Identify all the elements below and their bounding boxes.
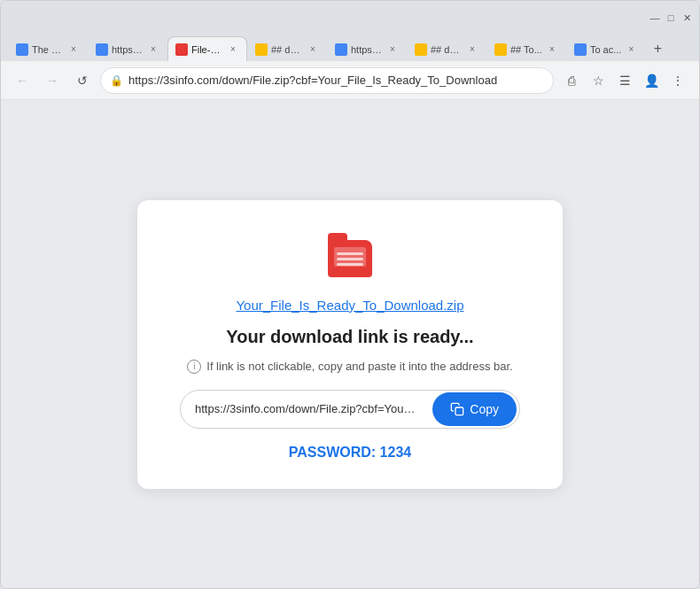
- toolbar: ← → ↺ 🔒 ⎙ ☆ ☰ 👤 ⋮: [1, 61, 699, 100]
- tab-favicon: [415, 43, 427, 56]
- tab-close-button[interactable]: ×: [466, 43, 478, 56]
- browser-tab-tab-2[interactable]: https://...×: [88, 36, 167, 61]
- hint-text: If link is not clickable, copy and paste…: [206, 360, 512, 373]
- tab-label: The P...: [32, 44, 64, 55]
- page-content: pcrisk.com Your_File_Is_Ready_To_Downloa…: [1, 100, 699, 588]
- address-input[interactable]: [128, 74, 544, 87]
- tab-label: https://...: [351, 44, 383, 55]
- tab-favicon: [574, 43, 587, 56]
- info-icon: i: [187, 360, 201, 374]
- card-hint: i If link is not clickable, copy and pas…: [187, 360, 512, 374]
- address-bar: 🔒: [100, 67, 554, 94]
- filename-link[interactable]: Your_File_Is_Ready_To_Download.zip: [236, 298, 463, 313]
- tab-label: ## To...: [510, 44, 542, 55]
- maximize-button[interactable]: □: [665, 12, 676, 23]
- forward-button[interactable]: →: [40, 68, 65, 93]
- browser-tab-tab-6[interactable]: ## do...×: [407, 36, 486, 61]
- tab-label: https://...: [112, 44, 144, 55]
- tab-label: ## do...: [431, 44, 463, 55]
- browser-tab-tab-1[interactable]: The P...×: [8, 36, 88, 61]
- svg-rect-0: [455, 407, 463, 415]
- tab-favicon: [494, 43, 507, 56]
- window-controls: — □ ✕: [649, 12, 692, 23]
- browser-tab-tab-5[interactable]: https://...×: [327, 36, 407, 61]
- tab-close-button[interactable]: ×: [67, 43, 80, 56]
- account-button[interactable]: 👤: [639, 68, 664, 93]
- tab-close-button[interactable]: ×: [386, 43, 399, 56]
- toolbar-actions: ⎙ ☆ ☰ 👤 ⋮: [559, 68, 690, 93]
- back-button[interactable]: ←: [10, 68, 35, 93]
- bookmark-button[interactable]: ☆: [586, 68, 611, 93]
- tab-label: To ac...: [590, 44, 621, 55]
- copy-icon: [450, 402, 464, 416]
- file-archive-icon: [328, 240, 372, 277]
- file-icon-line-1: [337, 252, 363, 255]
- url-row: https://3sinfo.com/down/File.zip?cbf=You…: [180, 390, 520, 429]
- copy-button[interactable]: Copy: [432, 392, 517, 426]
- browser-tab-tab-4[interactable]: ## do...×: [247, 36, 327, 61]
- minimize-button[interactable]: —: [649, 12, 660, 23]
- file-icon-wrap: [323, 232, 377, 285]
- tab-close-button[interactable]: ×: [227, 43, 239, 56]
- card-title: Your download link is ready...: [226, 327, 473, 347]
- tab-close-button[interactable]: ×: [625, 43, 637, 56]
- tab-favicon: [96, 43, 108, 56]
- download-url: https://3sinfo.com/down/File.zip?cbf=You…: [181, 390, 432, 429]
- tab-label: File-Si...: [191, 44, 223, 55]
- browser-tab-tab-3[interactable]: File-Si...×: [167, 36, 247, 61]
- tab-favicon: [16, 43, 28, 56]
- title-bar: — □ ✕: [1, 1, 699, 29]
- new-tab-button[interactable]: +: [645, 36, 670, 61]
- password-display: PASSWORD: 1234: [289, 445, 411, 461]
- file-icon-line-3: [337, 263, 363, 266]
- extensions-button[interactable]: ☰: [612, 68, 637, 93]
- close-button[interactable]: ✕: [681, 12, 692, 23]
- reload-button[interactable]: ↺: [70, 68, 95, 93]
- tab-favicon: [175, 43, 188, 56]
- browser-tab-tab-8[interactable]: To ac...×: [566, 36, 645, 61]
- lock-icon: 🔒: [110, 74, 123, 87]
- tab-close-button[interactable]: ×: [147, 43, 159, 56]
- tab-favicon: [335, 43, 347, 56]
- file-icon-lines: [337, 252, 363, 266]
- file-icon-line-2: [337, 258, 363, 260]
- copy-label: Copy: [470, 402, 499, 416]
- menu-button[interactable]: ⋮: [665, 68, 690, 93]
- tab-label: ## do...: [271, 44, 303, 55]
- tabs-bar: The P...×https://...×File-Si...×## do...…: [1, 29, 699, 61]
- browser-window: — □ ✕ The P...×https://...×File-Si...×##…: [0, 0, 700, 589]
- tab-close-button[interactable]: ×: [307, 43, 319, 56]
- share-button[interactable]: ⎙: [559, 68, 584, 93]
- tab-favicon: [255, 43, 268, 56]
- tab-close-button[interactable]: ×: [546, 43, 558, 56]
- browser-tab-tab-7[interactable]: ## To...×: [486, 36, 566, 61]
- download-card: Your_File_Is_Ready_To_Download.zip Your …: [137, 200, 563, 489]
